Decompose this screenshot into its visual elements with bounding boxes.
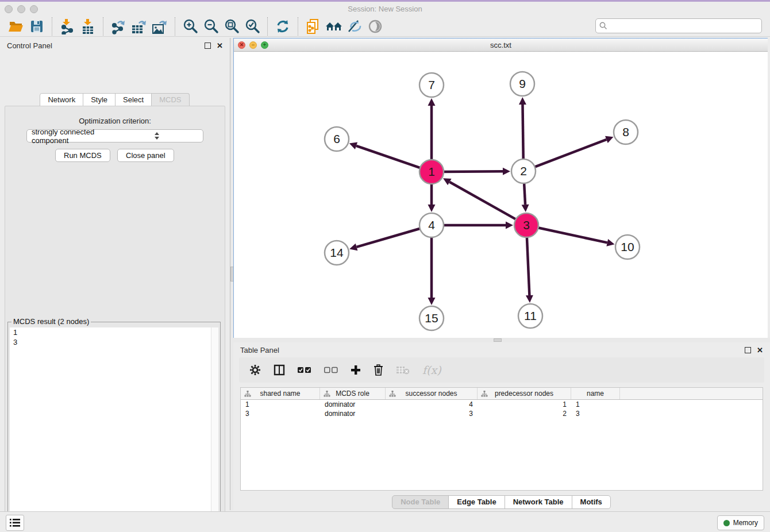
home-icon — [325, 20, 343, 33]
column-type-icon — [324, 391, 330, 397]
tab-mcds[interactable]: MCDS — [151, 93, 189, 107]
delete-column-button[interactable] — [374, 364, 383, 376]
close-panel-icon[interactable]: ✕ — [757, 348, 763, 353]
show-panels-button[interactable] — [6, 515, 24, 531]
status-bar: Memory — [0, 511, 770, 532]
graph-edge-3-10[interactable] — [537, 228, 607, 243]
export-network-button[interactable] — [109, 18, 128, 35]
control-panel-tabs: NetworkStyleSelectMCDS — [0, 93, 230, 107]
graph-edge-4-14[interactable] — [357, 228, 422, 247]
show-hide-panel-button[interactable] — [366, 18, 384, 35]
create-column-button[interactable] — [351, 365, 361, 375]
toolbar-separator — [103, 17, 103, 36]
zoom-in-button[interactable] — [181, 18, 199, 35]
mcds-result-groupbox: MCDS result (2 nodes) 13 — [7, 322, 221, 532]
tab-node-table[interactable]: Node Table — [392, 495, 449, 509]
table-settings-button[interactable] — [249, 364, 261, 376]
graph-edge-arrowhead — [349, 142, 357, 149]
tab-style[interactable]: Style — [83, 93, 116, 107]
graph-edge-3-1[interactable] — [449, 182, 517, 220]
zoom-out-button[interactable] — [202, 18, 220, 35]
column-type-icon — [481, 391, 488, 397]
column-header-successor-nodes[interactable]: successor nodes — [386, 388, 478, 399]
function-builder-button[interactable]: f(x) — [422, 364, 441, 376]
zoom-selected-button[interactable] — [243, 18, 261, 35]
graph-edge-2-3[interactable] — [524, 182, 525, 205]
memory-button[interactable]: Memory — [717, 515, 764, 530]
import-network-button[interactable] — [58, 18, 76, 35]
network-canvas[interactable]: 7968124314101511 — [234, 52, 768, 338]
mcds-result-textarea[interactable]: 13 — [10, 327, 218, 532]
graph-edge-3-11[interactable] — [527, 236, 530, 295]
show-column-button[interactable] — [274, 364, 285, 376]
table-cell[interactable]: 1 — [478, 400, 571, 408]
save-session-button[interactable] — [28, 18, 46, 35]
search-field[interactable] — [595, 18, 762, 33]
network-graph[interactable]: 7968124314101511 — [234, 52, 768, 338]
unselect-all-columns-button[interactable] — [324, 367, 338, 373]
mcds-result-line: 1 — [10, 327, 218, 337]
delete-table-button[interactable] — [396, 365, 410, 375]
zoom-in-icon — [183, 18, 198, 34]
graph-edge-2-8[interactable] — [533, 140, 607, 168]
table-cell[interactable]: 4 — [386, 400, 478, 408]
close-panel-button[interactable]: Close panel — [117, 149, 174, 162]
result-scrollbar[interactable] — [211, 327, 218, 532]
node-table[interactable]: shared nameMCDS rolesuccessor nodesprede… — [240, 387, 763, 491]
tab-edge-table[interactable]: Edge Table — [448, 495, 505, 509]
run-mcds-button[interactable]: Run MCDS — [55, 149, 110, 162]
search-input[interactable] — [610, 20, 761, 32]
graph-edge-arrowhead — [349, 244, 357, 250]
home-layout-button[interactable] — [325, 18, 343, 35]
horizontal-split-divider[interactable] — [233, 338, 770, 342]
table-toolbar: f(x) — [239, 357, 764, 383]
float-panel-icon[interactable] — [745, 347, 751, 353]
table-cell[interactable]: 3 — [386, 410, 478, 418]
graph-edge-1-2[interactable] — [442, 171, 503, 172]
table-row[interactable]: 1dominator411 — [241, 400, 763, 409]
checked-boxes-icon — [298, 367, 311, 373]
import-table-button[interactable] — [79, 18, 97, 35]
table-row[interactable]: 3dominator323 — [241, 409, 763, 418]
graph-edge-arrowhead — [428, 98, 436, 106]
column-header-MCDS-role[interactable]: MCDS role — [320, 388, 386, 399]
table-cell[interactable]: 1 — [241, 400, 320, 408]
table-cell[interactable]: dominator — [320, 410, 386, 418]
table-cell[interactable]: 2 — [478, 410, 571, 418]
table-header-row: shared nameMCDS rolesuccessor nodesprede… — [241, 388, 763, 400]
graph-edge-1-6[interactable] — [356, 146, 422, 168]
mcds-result-title: MCDS result (2 nodes) — [11, 317, 91, 326]
column-header-name[interactable]: name — [571, 388, 620, 399]
table-cell[interactable]: 1 — [571, 400, 620, 408]
tab-motifs[interactable]: Motifs — [572, 495, 611, 509]
tab-network[interactable]: Network — [40, 93, 83, 107]
optimization-criterion-label: Optimization criterion: — [5, 117, 225, 125]
export-image-button[interactable] — [151, 18, 169, 35]
float-panel-icon[interactable] — [205, 43, 211, 49]
tab-select[interactable]: Select — [115, 93, 152, 107]
export-table-button[interactable] — [130, 18, 148, 35]
graph-node-label: 11 — [524, 309, 537, 322]
table-cell[interactable]: dominator — [320, 400, 386, 408]
memory-status-icon — [723, 520, 730, 526]
refresh-view-button[interactable] — [274, 18, 292, 35]
optimization-criterion-dropdown[interactable]: strongly connected component — [26, 129, 203, 142]
clone-network-button[interactable] — [304, 18, 322, 35]
graph-edge-arrowhead — [506, 222, 513, 229]
table-cell[interactable]: 3 — [241, 410, 320, 418]
network-window-titlebar[interactable]: ✕ − + scc.txt — [234, 38, 768, 52]
graph-edge-2-9[interactable] — [522, 105, 523, 161]
apply-style-button[interactable] — [345, 18, 364, 35]
column-header-shared-name[interactable]: shared name — [241, 388, 320, 399]
graph-node-label: 15 — [425, 311, 438, 325]
open-session-button[interactable] — [7, 18, 25, 35]
tab-network-table[interactable]: Network Table — [505, 495, 572, 509]
gear-icon — [249, 364, 261, 376]
close-panel-icon[interactable]: ✕ — [217, 43, 223, 48]
divider-handle[interactable] — [494, 338, 502, 342]
table-cell[interactable]: 3 — [571, 410, 620, 418]
table-panel-tabs: Node TableEdge TableNetwork TableMotifs — [233, 495, 770, 509]
column-header-predecessor-nodes[interactable]: predecessor nodes — [478, 388, 571, 399]
zoom-fit-button[interactable] — [222, 18, 241, 35]
select-all-columns-button[interactable] — [298, 367, 311, 373]
